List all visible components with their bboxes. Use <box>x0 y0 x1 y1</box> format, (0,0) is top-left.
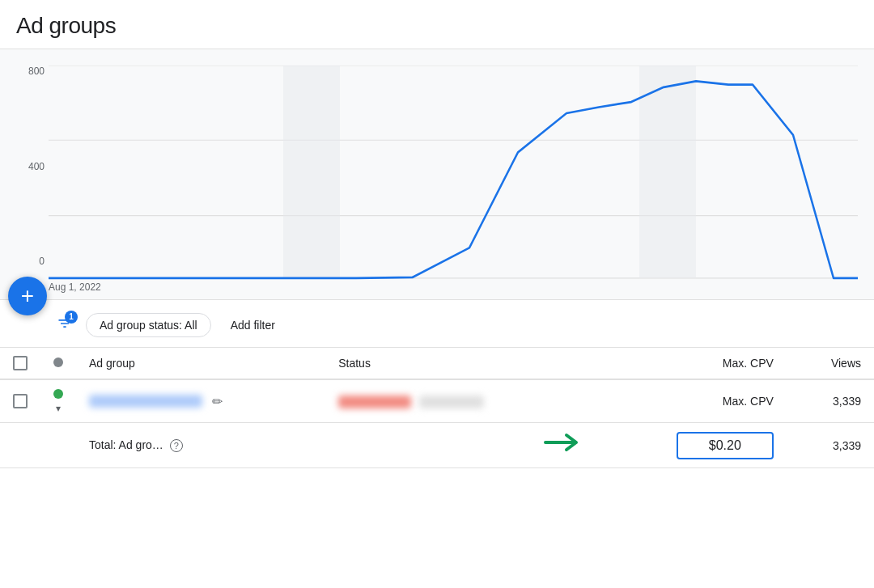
help-icon[interactable]: ? <box>170 439 183 452</box>
table-row: ▾ ✏ Max. CPV 3,339 <box>0 379 874 423</box>
col-header-ad-group: Ad group <box>76 348 325 379</box>
chart-svg <box>49 66 858 291</box>
chart-y-labels: 800 400 0 <box>8 66 45 267</box>
total-row: Total: Ad gro… ? $0.20 3,339 <box>0 423 874 468</box>
status-dropdown-icon[interactable]: ▾ <box>56 403 61 414</box>
row-status-text-cell <box>325 379 594 423</box>
row-views-value: 3,339 <box>833 395 861 408</box>
y-label-0: 0 <box>8 256 45 267</box>
page-header: Ad groups <box>0 0 874 49</box>
col-header-status-dot <box>40 348 76 379</box>
row-views-cell: 3,339 <box>787 379 874 423</box>
svg-rect-5 <box>639 66 696 278</box>
col-header-status: Status <box>325 348 594 379</box>
chart-x-label: Aug 1, 2022 <box>49 281 101 293</box>
filter-bar: 1 Ad group status: All Add filter <box>0 300 874 348</box>
total-label-cell: Total: Ad gro… ? <box>76 423 325 468</box>
status-filter-button[interactable]: Ad group status: All <box>86 313 211 337</box>
table-container: Ad group Status Max. CPV Views <box>0 348 874 468</box>
plus-icon: + <box>21 285 34 307</box>
row-max-cpv-cell: Max. CPV <box>594 379 787 423</box>
svg-rect-4 <box>283 66 340 278</box>
col-header-max-cpv-label: Max. CPV <box>723 357 774 370</box>
filter-badge: 1 <box>65 311 78 324</box>
table-header-row: Ad group Status Max. CPV Views <box>0 348 874 379</box>
total-views-cell: 3,339 <box>787 423 874 468</box>
row-checkbox[interactable] <box>13 394 28 408</box>
col-header-status-label: Status <box>338 357 371 370</box>
row-ad-group-cell: ✏ <box>76 379 325 423</box>
add-filter-button[interactable]: Add filter <box>224 314 282 336</box>
col-header-ad-group-label: Ad group <box>89 357 135 370</box>
total-cpv-value[interactable]: $0.20 <box>677 432 774 459</box>
col-header-max-cpv: Max. CPV <box>594 348 787 379</box>
y-label-400: 400 <box>8 161 45 172</box>
row-checkbox-cell <box>0 379 40 423</box>
chart-wrapper: 800 400 0 Aug 1, 2022 + <box>0 49 874 300</box>
status-sub-blurred <box>419 396 484 408</box>
total-views-value: 3,339 <box>833 439 861 452</box>
row-status-cell: ▾ <box>40 379 76 423</box>
total-status-cell <box>40 423 76 468</box>
header-status-dot <box>53 357 63 367</box>
ad-group-name-blurred <box>89 395 202 408</box>
row-status-dot <box>53 389 63 399</box>
col-header-views: Views <box>787 348 874 379</box>
green-arrow-icon <box>542 431 581 459</box>
add-button[interactable]: + <box>8 277 47 315</box>
edit-icon[interactable]: ✏ <box>212 395 223 408</box>
filter-icon-wrapper: 1 <box>57 315 73 336</box>
select-all-checkbox[interactable] <box>13 356 28 370</box>
total-label: Total: Ad gro… <box>89 438 163 451</box>
page-title: Ad groups <box>16 13 858 39</box>
row-max-cpv-label: Max. CPV <box>723 395 774 408</box>
total-checkbox-cell <box>0 423 40 468</box>
y-label-800: 800 <box>8 66 45 77</box>
ad-groups-table: Ad group Status Max. CPV Views <box>0 348 874 468</box>
chart-area: 800 400 0 Aug 1, 2022 + <box>0 49 874 300</box>
col-header-views-label: Views <box>831 357 861 370</box>
status-blurred <box>338 396 411 408</box>
total-cpv-cell: $0.20 <box>594 423 787 468</box>
col-header-checkbox <box>0 348 40 379</box>
total-arrow-cell <box>325 423 594 468</box>
